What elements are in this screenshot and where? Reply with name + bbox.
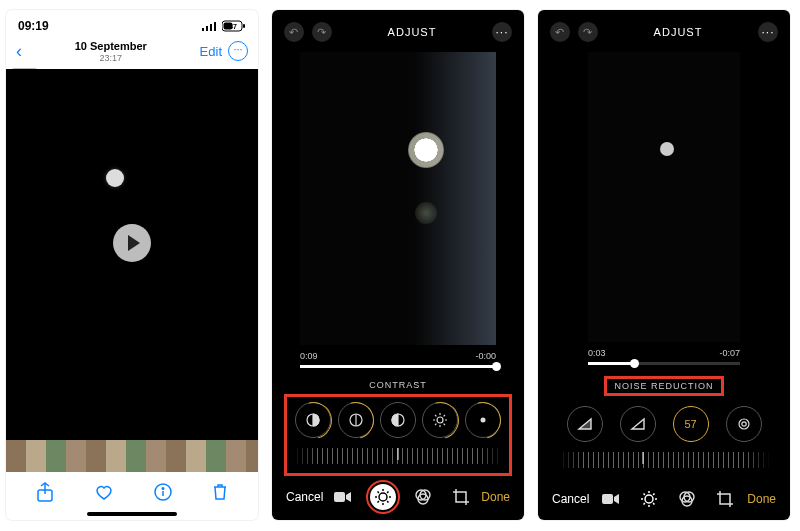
trim-start: 0:09 xyxy=(300,351,318,361)
more-button[interactable]: ··· xyxy=(492,22,512,42)
value-ruler[interactable] xyxy=(558,452,770,468)
svg-rect-0 xyxy=(202,28,204,31)
mode-video-icon[interactable] xyxy=(332,486,354,508)
svg-text:47: 47 xyxy=(229,23,237,30)
trash-icon[interactable] xyxy=(212,483,228,501)
back-button[interactable]: ‹ xyxy=(16,41,22,62)
dial-half-circle-alt[interactable] xyxy=(338,402,374,438)
svg-rect-2 xyxy=(210,24,212,31)
share-icon[interactable] xyxy=(36,482,54,502)
redo-button[interactable]: ↷ xyxy=(312,22,332,42)
svg-rect-1 xyxy=(206,26,208,31)
trim-handle[interactable] xyxy=(492,362,501,371)
edit-footer: Cancel Done xyxy=(272,478,524,520)
dial-row xyxy=(290,402,506,438)
moon-graphic xyxy=(106,169,124,187)
more-button[interactable]: ··· xyxy=(758,22,778,42)
signal-icon xyxy=(202,21,218,31)
adjustment-controls: 57 xyxy=(552,400,776,478)
edit-preview[interactable] xyxy=(300,52,496,345)
mode-adjust-icon[interactable] xyxy=(638,488,660,510)
adjustment-name: CONTRAST xyxy=(272,380,524,390)
heart-icon[interactable] xyxy=(94,483,114,501)
svg-rect-3 xyxy=(214,22,216,31)
adjustment-name-highlight: NOISE REDUCTION xyxy=(606,378,721,394)
dial-triangle[interactable] xyxy=(567,406,603,442)
dial-contrast[interactable] xyxy=(380,402,416,438)
edit-noise-screen: ↶ ↷ ADJUST ··· 0:03 -0:07 NOISE REDUCTIO… xyxy=(538,10,790,520)
done-button[interactable]: Done xyxy=(481,490,510,504)
redo-button[interactable]: ↷ xyxy=(578,22,598,42)
play-button[interactable] xyxy=(113,224,151,262)
undo-button[interactable]: ↶ xyxy=(550,22,570,42)
svg-point-21 xyxy=(739,419,749,429)
photo-time: 23:17 xyxy=(75,53,147,63)
status-bar: 09:19 47 xyxy=(6,10,258,36)
edit-contrast-screen: ↶ ↷ ADJUST ··· 0:09 -0:00 CONTRAST xyxy=(272,10,524,520)
more-button[interactable]: ··· xyxy=(228,41,248,61)
svg-point-17 xyxy=(379,493,387,501)
status-time: 09:19 xyxy=(18,19,49,33)
dial-triangle-alt[interactable] xyxy=(620,406,656,442)
trim-start: 0:03 xyxy=(588,348,606,358)
svg-rect-6 xyxy=(243,24,245,28)
mode-filter-icon[interactable] xyxy=(676,488,698,510)
done-button[interactable]: Done xyxy=(747,492,776,506)
info-icon[interactable] xyxy=(154,483,172,501)
thumbnail-strip[interactable] xyxy=(6,440,258,472)
undo-button[interactable]: ↶ xyxy=(284,22,304,42)
mode-video-icon[interactable] xyxy=(600,488,622,510)
svg-point-22 xyxy=(741,422,745,426)
trim-handle[interactable] xyxy=(630,359,639,368)
home-indicator[interactable] xyxy=(87,512,177,516)
nav-bar: ‹ 10 September 23:17 Edit ··· xyxy=(6,36,258,69)
dial-half-circle[interactable] xyxy=(295,402,331,438)
photo-date: 10 September xyxy=(75,40,147,53)
dial-row: 57 xyxy=(556,406,772,442)
adjustment-controls-highlight xyxy=(286,396,510,474)
bottom-toolbar xyxy=(6,472,258,512)
cancel-button[interactable]: Cancel xyxy=(286,490,323,504)
moon-graphic xyxy=(660,142,674,156)
dial-center-dot[interactable] xyxy=(465,402,501,438)
svg-point-24 xyxy=(645,495,653,503)
dial-value-text: 57 xyxy=(684,418,696,430)
photos-viewer-screen: 09:19 47 ‹ 10 September 23:17 Edit ··· xyxy=(6,10,258,520)
trim-time-row: 0:03 -0:07 xyxy=(588,348,740,358)
dial-brightness[interactable] xyxy=(422,402,458,438)
trim-end: -0:00 xyxy=(475,351,496,361)
edit-header: ↶ ↷ ADJUST ··· xyxy=(272,10,524,48)
edit-header: ↶ ↷ ADJUST ··· xyxy=(538,10,790,48)
trim-end: -0:07 xyxy=(719,348,740,358)
mode-adjust-icon[interactable] xyxy=(370,484,396,510)
edit-button[interactable]: Edit xyxy=(200,44,222,59)
moon-glow xyxy=(408,132,444,168)
mode-crop-icon[interactable] xyxy=(714,488,736,510)
mode-crop-icon[interactable] xyxy=(450,486,472,508)
edit-title: ADJUST xyxy=(654,26,703,38)
trim-time-row: 0:09 -0:00 xyxy=(300,351,496,361)
edit-preview[interactable] xyxy=(588,52,740,342)
dial-rings[interactable] xyxy=(726,406,762,442)
svg-rect-23 xyxy=(602,494,613,504)
trim-slider[interactable] xyxy=(588,362,740,365)
dial-value[interactable]: 57 xyxy=(673,406,709,442)
edit-footer: Cancel Done xyxy=(538,482,790,520)
media-viewer[interactable] xyxy=(6,69,258,440)
battery-icon: 47 xyxy=(222,20,246,32)
edit-title: ADJUST xyxy=(388,26,437,38)
cancel-button[interactable]: Cancel xyxy=(552,492,589,506)
trim-slider[interactable] xyxy=(300,365,496,368)
svg-rect-16 xyxy=(334,492,345,502)
value-ruler[interactable] xyxy=(292,448,504,464)
mode-filter-icon[interactable] xyxy=(412,486,434,508)
svg-point-10 xyxy=(162,488,164,490)
